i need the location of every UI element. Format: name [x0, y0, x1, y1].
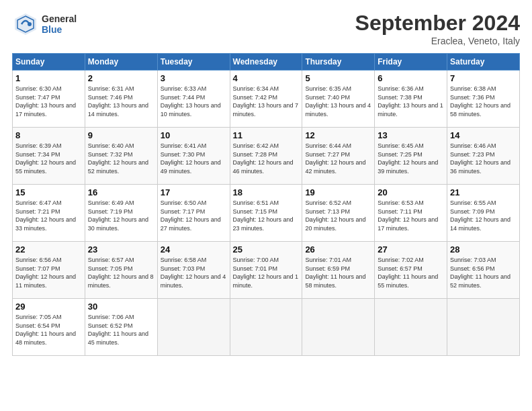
logo-blue-text: Blue — [42, 24, 77, 35]
day-info: Sunrise: 6:38 AMSunset: 7:36 PMDaylight:… — [450, 85, 511, 118]
day-cell: 21Sunrise: 6:55 AMSunset: 7:09 PMDayligh… — [447, 185, 520, 242]
day-cell: 24Sunrise: 6:58 AMSunset: 7:03 PMDayligh… — [157, 242, 230, 299]
day-info: Sunrise: 6:55 AMSunset: 7:09 PMDaylight:… — [450, 199, 511, 232]
day-info: Sunrise: 6:31 AMSunset: 7:46 PMDaylight:… — [88, 85, 148, 118]
calendar-row: 29Sunrise: 7:05 AMSunset: 6:54 PMDayligh… — [13, 299, 520, 356]
day-info: Sunrise: 6:47 AMSunset: 7:21 PMDaylight:… — [15, 199, 76, 232]
day-cell: 1Sunrise: 6:30 AMSunset: 7:47 PMDaylight… — [13, 71, 85, 128]
day-info: Sunrise: 6:42 AMSunset: 7:28 PMDaylight:… — [233, 142, 294, 175]
logo-general-text: General — [42, 13, 77, 24]
th-wednesday: Wednesday — [230, 54, 302, 71]
day-number: 16 — [88, 187, 154, 197]
day-number: 22 — [15, 244, 82, 255]
day-info: Sunrise: 6:40 AMSunset: 7:32 PMDaylight:… — [88, 142, 148, 175]
day-number: 15 — [15, 187, 82, 197]
day-info: Sunrise: 7:06 AMSunset: 6:52 PMDaylight:… — [88, 314, 148, 346]
day-number: 9 — [88, 130, 154, 140]
header-row: Sunday Monday Tuesday Wednesday Thursday… — [13, 54, 520, 71]
day-info: Sunrise: 6:49 AMSunset: 7:19 PMDaylight:… — [88, 199, 148, 232]
day-info: Sunrise: 6:52 AMSunset: 7:13 PMDaylight:… — [305, 199, 365, 232]
day-number: 18 — [233, 187, 300, 197]
day-cell: 12Sunrise: 6:44 AMSunset: 7:27 PMDayligh… — [302, 128, 375, 185]
day-cell: 4Sunrise: 6:34 AMSunset: 7:42 PMDaylight… — [230, 71, 302, 128]
day-number: 10 — [161, 130, 227, 140]
logo-name: General Blue — [42, 13, 77, 35]
day-cell: 19Sunrise: 6:52 AMSunset: 7:13 PMDayligh… — [302, 185, 375, 242]
calendar-table: Sunday Monday Tuesday Wednesday Thursday… — [12, 53, 520, 356]
day-cell: 14Sunrise: 6:46 AMSunset: 7:23 PMDayligh… — [447, 128, 520, 185]
day-info: Sunrise: 6:57 AMSunset: 7:05 PMDaylight:… — [88, 257, 154, 289]
calendar-row: 1Sunrise: 6:30 AMSunset: 7:47 PMDaylight… — [13, 71, 520, 128]
th-tuesday: Tuesday — [157, 54, 230, 71]
location: Eraclea, Veneto, Italy — [355, 36, 520, 46]
calendar-row: 22Sunrise: 6:56 AMSunset: 7:07 PMDayligh… — [13, 242, 520, 299]
day-cell: 20Sunrise: 6:53 AMSunset: 7:11 PMDayligh… — [375, 185, 447, 242]
day-number: 20 — [378, 187, 444, 197]
day-info: Sunrise: 6:30 AMSunset: 7:47 PMDaylight:… — [15, 85, 76, 118]
day-info: Sunrise: 7:03 AMSunset: 6:56 PMDaylight:… — [450, 257, 511, 289]
day-info: Sunrise: 6:50 AMSunset: 7:17 PMDaylight:… — [161, 199, 221, 232]
page: General Blue September 2024 Eraclea, Ven… — [0, 0, 532, 367]
day-number: 5 — [305, 73, 371, 83]
day-cell: 13Sunrise: 6:45 AMSunset: 7:25 PMDayligh… — [375, 128, 447, 185]
day-info: Sunrise: 6:41 AMSunset: 7:30 PMDaylight:… — [161, 142, 221, 175]
day-number: 29 — [15, 302, 82, 312]
day-info: Sunrise: 6:56 AMSunset: 7:07 PMDaylight:… — [15, 257, 76, 289]
day-number: 2 — [88, 73, 154, 83]
day-cell: 6Sunrise: 6:36 AMSunset: 7:38 PMDaylight… — [375, 71, 447, 128]
day-number: 6 — [378, 73, 444, 83]
day-cell: 16Sunrise: 6:49 AMSunset: 7:19 PMDayligh… — [85, 185, 157, 242]
day-info: Sunrise: 6:34 AMSunset: 7:42 PMDaylight:… — [233, 85, 299, 118]
day-info: Sunrise: 6:53 AMSunset: 7:11 PMDaylight:… — [378, 199, 438, 232]
day-number: 23 — [88, 244, 154, 255]
day-number: 21 — [450, 187, 517, 197]
day-number: 11 — [233, 130, 300, 140]
day-info: Sunrise: 6:46 AMSunset: 7:23 PMDaylight:… — [450, 142, 511, 175]
day-number: 12 — [305, 130, 371, 140]
calendar-row: 15Sunrise: 6:47 AMSunset: 7:21 PMDayligh… — [13, 185, 520, 242]
empty-cell — [302, 299, 375, 356]
day-cell: 27Sunrise: 7:02 AMSunset: 6:57 PMDayligh… — [375, 242, 447, 299]
day-number: 28 — [450, 244, 517, 255]
th-thursday: Thursday — [302, 54, 375, 71]
day-info: Sunrise: 7:01 AMSunset: 6:59 PMDaylight:… — [305, 257, 365, 289]
day-number: 19 — [305, 187, 371, 197]
day-info: Sunrise: 6:35 AMSunset: 7:40 PMDaylight:… — [305, 85, 371, 118]
day-cell: 10Sunrise: 6:41 AMSunset: 7:30 PMDayligh… — [157, 128, 230, 185]
day-cell: 25Sunrise: 7:00 AMSunset: 7:01 PMDayligh… — [230, 242, 302, 299]
day-number: 4 — [233, 73, 300, 83]
month-title: September 2024 — [355, 11, 520, 36]
day-info: Sunrise: 7:02 AMSunset: 6:57 PMDaylight:… — [378, 257, 438, 289]
day-info: Sunrise: 7:00 AMSunset: 7:01 PMDaylight:… — [233, 257, 299, 289]
day-cell: 3Sunrise: 6:33 AMSunset: 7:44 PMDaylight… — [157, 71, 230, 128]
day-cell: 5Sunrise: 6:35 AMSunset: 7:40 PMDaylight… — [302, 71, 375, 128]
day-info: Sunrise: 6:33 AMSunset: 7:44 PMDaylight:… — [161, 85, 221, 118]
day-number: 17 — [161, 187, 227, 197]
day-cell: 9Sunrise: 6:40 AMSunset: 7:32 PMDaylight… — [85, 128, 157, 185]
th-monday: Monday — [85, 54, 157, 71]
day-number: 14 — [450, 130, 517, 140]
day-number: 7 — [450, 73, 517, 83]
day-info: Sunrise: 6:51 AMSunset: 7:15 PMDaylight:… — [233, 199, 294, 232]
day-info: Sunrise: 6:36 AMSunset: 7:38 PMDaylight:… — [378, 85, 443, 118]
day-number: 24 — [161, 244, 227, 255]
svg-point-2 — [28, 22, 32, 26]
day-info: Sunrise: 6:44 AMSunset: 7:27 PMDaylight:… — [305, 142, 365, 175]
logo: General Blue — [12, 11, 77, 38]
day-number: 26 — [305, 244, 371, 255]
th-sunday: Sunday — [13, 54, 85, 71]
day-number: 3 — [161, 73, 227, 83]
header: General Blue September 2024 Eraclea, Ven… — [12, 11, 520, 46]
day-number: 8 — [15, 130, 82, 140]
day-cell: 2Sunrise: 6:31 AMSunset: 7:46 PMDaylight… — [85, 71, 157, 128]
day-cell: 29Sunrise: 7:05 AMSunset: 6:54 PMDayligh… — [13, 299, 85, 356]
day-cell: 23Sunrise: 6:57 AMSunset: 7:05 PMDayligh… — [85, 242, 157, 299]
day-number: 25 — [233, 244, 300, 255]
day-info: Sunrise: 7:05 AMSunset: 6:54 PMDaylight:… — [15, 314, 76, 346]
day-cell: 7Sunrise: 6:38 AMSunset: 7:36 PMDaylight… — [447, 71, 520, 128]
day-cell: 18Sunrise: 6:51 AMSunset: 7:15 PMDayligh… — [230, 185, 302, 242]
empty-cell — [447, 299, 520, 356]
th-friday: Friday — [375, 54, 447, 71]
day-info: Sunrise: 6:45 AMSunset: 7:25 PMDaylight:… — [378, 142, 438, 175]
logo-icon — [12, 11, 39, 38]
